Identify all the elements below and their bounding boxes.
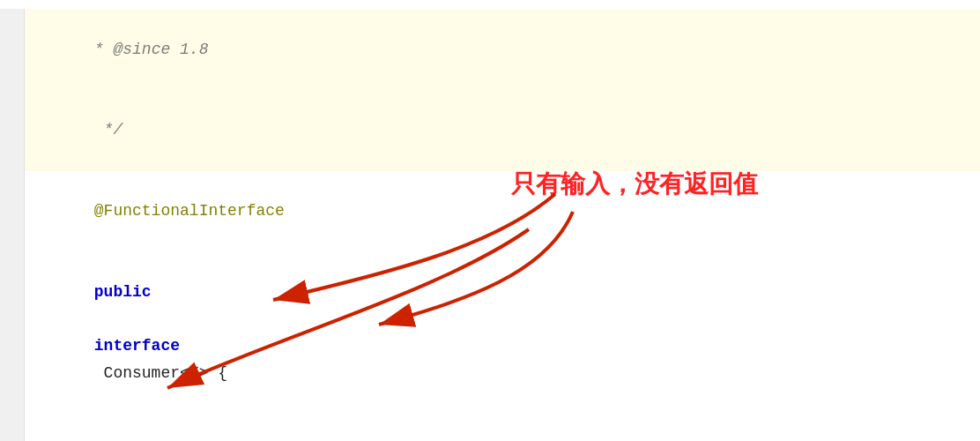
annotation-functional: @FunctionalInterface — [94, 202, 285, 220]
line-number-3 — [0, 171, 25, 252]
line-content-1: * @since 1.8 — [25, 9, 980, 90]
line-content-3: @FunctionalInterface — [25, 171, 980, 252]
comment-close: */ — [94, 121, 122, 138]
brace-open: > { — [199, 364, 227, 382]
line-number-2 — [0, 90, 25, 171]
code-line-3: @FunctionalInterface — [0, 171, 980, 252]
code-area: * @since 1.8 */ @FunctionalInterface pub… — [0, 0, 980, 441]
line-content-5 — [25, 414, 980, 441]
line-number-4 — [0, 251, 25, 414]
comment-since: * @since 1.8 — [94, 41, 209, 58]
line-number-5 — [0, 414, 25, 441]
space1 — [94, 310, 104, 328]
code-line-5 — [0, 414, 980, 441]
line-content-4: public interface Consumer<T> { — [25, 251, 980, 414]
code-line-2: */ — [0, 90, 980, 171]
code-line-4: public interface Consumer<T> { — [0, 251, 980, 414]
line-number-1 — [0, 9, 25, 90]
generic-t: T — [189, 364, 199, 382]
class-name: Consumer< — [94, 364, 189, 382]
kw-interface: interface — [94, 337, 180, 355]
code-line-1: * @since 1.8 — [0, 9, 980, 90]
line-content-2: */ — [25, 90, 980, 171]
kw-public: public — [94, 283, 152, 301]
annotation-chinese-text: 只有输入，没有返回值 — [511, 168, 758, 201]
